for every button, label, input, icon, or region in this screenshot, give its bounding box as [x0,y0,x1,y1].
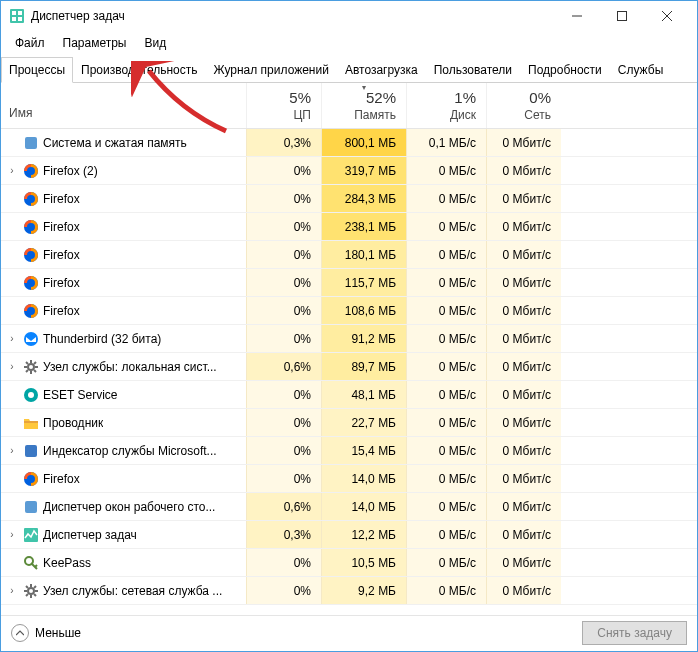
end-task-button[interactable]: Снять задачу [582,621,687,645]
cell-cpu: 0% [246,241,321,268]
table-row[interactable]: Firefox0%238,1 МБ0 МБ/с0 Мбит/с [1,213,697,241]
cell-disk: 0 МБ/с [406,269,486,296]
cell-cpu: 0,6% [246,353,321,380]
cell-cpu: 0% [246,549,321,576]
column-header-cpu[interactable]: 5% ЦП [246,83,321,128]
app-icon [9,8,25,24]
process-name-label: Firefox [43,276,80,290]
indexer-icon [23,443,39,459]
tab-performance[interactable]: Производительность [73,57,205,82]
cell-net: 0 Мбит/с [486,325,561,352]
cell-mem: 12,2 МБ [321,521,406,548]
process-name-cell: Firefox [1,191,246,207]
cell-mem: 108,6 МБ [321,297,406,324]
table-row[interactable]: Firefox0%180,1 МБ0 МБ/с0 Мбит/с [1,241,697,269]
column-header-disk[interactable]: 1% Диск [406,83,486,128]
expand-icon[interactable]: › [5,333,19,344]
svg-rect-4 [18,17,22,21]
process-name-cell: Firefox [1,275,246,291]
thunderbird-icon [23,331,39,347]
cell-mem: 800,1 МБ [321,129,406,156]
process-name-label: Firefox [43,192,80,206]
table-row[interactable]: ›Индексатор службы Microsoft...0%15,4 МБ… [1,437,697,465]
cell-mem: 48,1 МБ [321,381,406,408]
table-row[interactable]: Система и сжатая память0,3%800,1 МБ0,1 М… [1,129,697,157]
table-row[interactable]: ›Диспетчер задач0,3%12,2 МБ0 МБ/с0 Мбит/… [1,521,697,549]
table-row[interactable]: Firefox0%284,3 МБ0 МБ/с0 Мбит/с [1,185,697,213]
table-row[interactable]: ›Thunderbird (32 бита)0%91,2 МБ0 МБ/с0 М… [1,325,697,353]
firefox-icon [23,191,39,207]
process-name-label: Индексатор службы Microsoft... [43,444,217,458]
cell-cpu: 0% [246,185,321,212]
process-table[interactable]: Имя 5% ЦП ▾ 52% Память 1% Диск 0% Сеть С… [1,83,697,615]
column-header-network[interactable]: 0% Сеть [486,83,561,128]
svg-rect-3 [12,17,16,21]
cell-mem: 91,2 МБ [321,325,406,352]
process-name-label: Узел службы: сетевая служба ... [43,584,222,598]
cell-disk: 0 МБ/с [406,381,486,408]
minimize-button[interactable] [554,1,599,31]
cell-disk: 0 МБ/с [406,437,486,464]
menubar: Файл Параметры Вид [1,31,697,55]
memory-icon [23,135,39,151]
cell-net: 0 Мбит/с [486,297,561,324]
cell-net: 0 Мбит/с [486,409,561,436]
expand-icon[interactable]: › [5,585,19,596]
menu-view[interactable]: Вид [136,33,174,53]
cell-cpu: 0% [246,465,321,492]
tab-processes[interactable]: Процессы [1,57,73,83]
column-header-name[interactable]: Имя [1,83,246,128]
process-name-label: Проводник [43,416,103,430]
firefox-icon [23,471,39,487]
table-row[interactable]: ›Узел службы: сетевая служба ...0%9,2 МБ… [1,577,697,605]
process-name-cell: Firefox [1,219,246,235]
expand-icon[interactable]: › [5,445,19,456]
menu-options[interactable]: Параметры [55,33,135,53]
cell-cpu: 0% [246,409,321,436]
cell-disk: 0 МБ/с [406,213,486,240]
collapse-icon [11,624,29,642]
cell-disk: 0,1 МБ/с [406,129,486,156]
column-header-memory[interactable]: ▾ 52% Память [321,83,406,128]
table-row[interactable]: KeePass0%10,5 МБ0 МБ/с0 Мбит/с [1,549,697,577]
cell-mem: 238,1 МБ [321,213,406,240]
table-row[interactable]: Firefox0%115,7 МБ0 МБ/с0 Мбит/с [1,269,697,297]
svg-line-41 [26,586,28,588]
cell-disk: 0 МБ/с [406,493,486,520]
tab-details[interactable]: Подробности [520,57,610,82]
titlebar: Диспетчер задач [1,1,697,31]
svg-line-35 [35,565,37,567]
tab-app-history[interactable]: Журнал приложений [206,57,337,82]
cell-mem: 115,7 МБ [321,269,406,296]
table-row[interactable]: Проводник0%22,7 МБ0 МБ/с0 Мбит/с [1,409,697,437]
tab-services[interactable]: Службы [610,57,671,82]
table-row[interactable]: Firefox0%14,0 МБ0 МБ/с0 Мбит/с [1,465,697,493]
svg-point-27 [28,392,34,398]
cell-cpu: 0% [246,269,321,296]
table-row[interactable]: Firefox0%108,6 МБ0 МБ/с0 Мбит/с [1,297,697,325]
tab-users[interactable]: Пользователи [426,57,520,82]
expand-icon[interactable]: › [5,529,19,540]
process-name-cell: Firefox [1,471,246,487]
footer-bar: Меньше Снять задачу [1,615,697,649]
table-row[interactable]: ›Узел службы: локальная сист...0,6%89,7 … [1,353,697,381]
process-name-cell: Диспетчер окон рабочего сто... [1,499,246,515]
svg-line-24 [26,370,28,372]
maximize-button[interactable] [599,1,644,31]
close-button[interactable] [644,1,689,31]
cell-mem: 9,2 МБ [321,577,406,604]
cell-disk: 0 МБ/с [406,297,486,324]
table-row[interactable]: ›Firefox (2)0%319,7 МБ0 МБ/с0 Мбит/с [1,157,697,185]
cell-net: 0 Мбит/с [486,549,561,576]
table-row[interactable]: Диспетчер окон рабочего сто...0,6%14,0 М… [1,493,697,521]
menu-file[interactable]: Файл [7,33,53,53]
table-row[interactable]: ESET Service0%48,1 МБ0 МБ/с0 Мбит/с [1,381,697,409]
cell-net: 0 Мбит/с [486,241,561,268]
fewer-details-button[interactable]: Меньше [11,624,81,642]
expand-icon[interactable]: › [5,361,19,372]
cell-mem: 22,7 МБ [321,409,406,436]
tab-startup[interactable]: Автозагрузка [337,57,426,82]
cell-mem: 15,4 МБ [321,437,406,464]
cell-disk: 0 МБ/с [406,521,486,548]
expand-icon[interactable]: › [5,165,19,176]
